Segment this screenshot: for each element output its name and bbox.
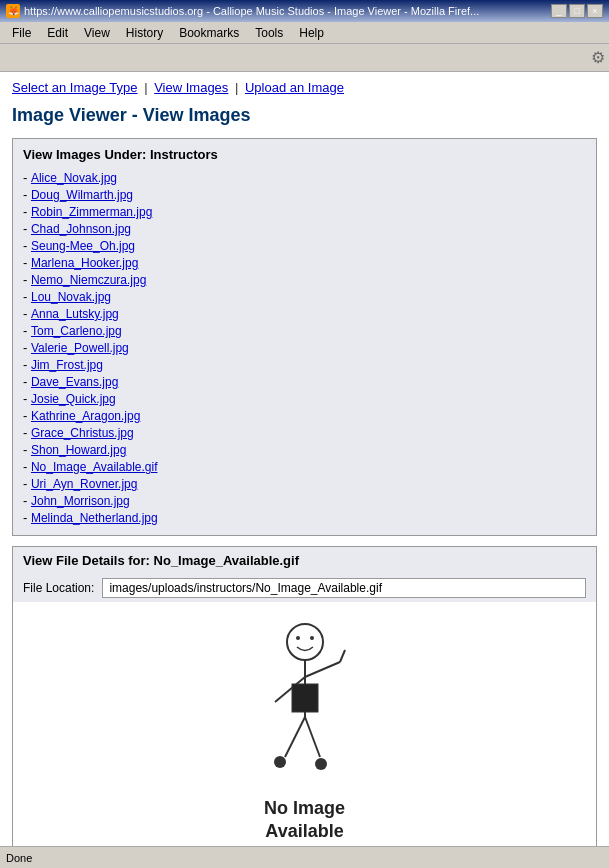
file-location-row: File Location: images/uploads/instructor… xyxy=(13,574,596,602)
svg-point-1 xyxy=(296,636,300,640)
menu-tools[interactable]: Tools xyxy=(247,24,291,42)
image-link-grace[interactable]: Grace_Christus.jpg xyxy=(31,426,134,440)
no-image-text: No Image Available xyxy=(264,797,345,844)
image-link-alice[interactable]: Alice_Novak.jpg xyxy=(31,171,117,185)
list-item: - Chad_Johnson.jpg xyxy=(23,221,586,236)
select-image-type-link[interactable]: Select an Image Type xyxy=(12,80,138,95)
menu-history[interactable]: History xyxy=(118,24,171,42)
image-link-valerie[interactable]: Valerie_Powell.jpg xyxy=(31,341,129,355)
nav-links: Select an Image Type | View Images | Upl… xyxy=(12,80,597,95)
image-link-josie[interactable]: Josie_Quick.jpg xyxy=(31,392,116,406)
image-link-seung[interactable]: Seung-Mee_Oh.jpg xyxy=(31,239,135,253)
upload-image-link[interactable]: Upload an Image xyxy=(245,80,344,95)
image-link-john[interactable]: John_Morrison.jpg xyxy=(31,494,130,508)
list-item: - John_Morrison.jpg xyxy=(23,493,586,508)
list-item: - Valerie_Powell.jpg xyxy=(23,340,586,355)
image-link-uri[interactable]: Uri_Ayn_Rovner.jpg xyxy=(31,477,138,491)
menu-help[interactable]: Help xyxy=(291,24,332,42)
image-link-nemo[interactable]: Nemo_Niemczura.jpg xyxy=(31,273,146,287)
details-filename: No_Image_Available.gif xyxy=(154,553,299,568)
list-item: - Melinda_Netherland.jpg xyxy=(23,510,586,525)
list-item: - Jim_Frost.jpg xyxy=(23,357,586,372)
details-panel-title: View File Details for: No_Image_Availabl… xyxy=(13,547,596,574)
svg-line-9 xyxy=(305,717,320,757)
menu-view[interactable]: View xyxy=(76,24,118,42)
list-item: - Seung-Mee_Oh.jpg xyxy=(23,238,586,253)
list-item: - Lou_Novak.jpg xyxy=(23,289,586,304)
nav-sep-2: | xyxy=(235,80,238,95)
list-item: - No_Image_Available.gif xyxy=(23,459,586,474)
menu-file[interactable]: File xyxy=(4,24,39,42)
menu-bookmarks[interactable]: Bookmarks xyxy=(171,24,247,42)
image-link-kathrine[interactable]: Kathrine_Aragon.jpg xyxy=(31,409,140,423)
menu-edit[interactable]: Edit xyxy=(39,24,76,42)
browser-toolbar: ⚙ xyxy=(0,44,609,72)
image-link-anna[interactable]: Anna_Lutsky.jpg xyxy=(31,307,119,321)
browser-content: Select an Image Type | View Images | Upl… xyxy=(0,72,609,846)
svg-point-2 xyxy=(310,636,314,640)
image-link-melinda[interactable]: Melinda_Netherland.jpg xyxy=(31,511,158,525)
image-link-marlena[interactable]: Marlena_Hooker.jpg xyxy=(31,256,138,270)
svg-point-0 xyxy=(287,624,323,660)
file-location-value: images/uploads/instructors/No_Image_Avai… xyxy=(102,578,586,598)
close-button[interactable]: × xyxy=(587,4,603,18)
list-item: - Uri_Ayn_Rovner.jpg xyxy=(23,476,586,491)
image-link-tom[interactable]: Tom_Carleno.jpg xyxy=(31,324,122,338)
page-title: Image Viewer - View Images xyxy=(12,105,597,126)
images-list: - Alice_Novak.jpg - Doug_Wilmarth.jpg - … xyxy=(23,170,586,525)
image-link-no-image[interactable]: No_Image_Available.gif xyxy=(31,460,158,474)
svg-point-12 xyxy=(315,758,327,770)
image-link-chad[interactable]: Chad_Johnson.jpg xyxy=(31,222,131,236)
svg-rect-10 xyxy=(292,684,318,712)
list-item: - Shon_Howard.jpg xyxy=(23,442,586,457)
svg-line-8 xyxy=(285,717,305,757)
list-item: - Tom_Carleno.jpg xyxy=(23,323,586,338)
svg-line-6 xyxy=(305,662,340,677)
status-bar: Done xyxy=(0,846,609,868)
list-item: - Dave_Evans.jpg xyxy=(23,374,586,389)
images-panel: View Images Under: Instructors - Alice_N… xyxy=(12,138,597,536)
list-item: - Kathrine_Aragon.jpg xyxy=(23,408,586,423)
images-panel-title: View Images Under: Instructors xyxy=(23,147,586,162)
list-item: - Marlena_Hooker.jpg xyxy=(23,255,586,270)
list-item: - Josie_Quick.jpg xyxy=(23,391,586,406)
image-preview: No Image Available xyxy=(13,602,596,846)
svg-point-11 xyxy=(274,756,286,768)
image-link-shon[interactable]: Shon_Howard.jpg xyxy=(31,443,126,457)
view-images-link[interactable]: View Images xyxy=(154,80,228,95)
list-item: - Nemo_Niemczura.jpg xyxy=(23,272,586,287)
maximize-button[interactable]: □ xyxy=(569,4,585,18)
image-link-lou[interactable]: Lou_Novak.jpg xyxy=(31,290,111,304)
settings-icon[interactable]: ⚙ xyxy=(591,48,605,67)
image-link-doug[interactable]: Doug_Wilmarth.jpg xyxy=(31,188,133,202)
status-text: Done xyxy=(6,852,32,864)
svg-line-7 xyxy=(340,650,345,662)
details-panel: View File Details for: No_Image_Availabl… xyxy=(12,546,597,846)
browser-icon: 🦊 xyxy=(6,4,20,18)
menu-bar: File Edit View History Bookmarks Tools H… xyxy=(0,22,609,44)
image-link-jim[interactable]: Jim_Frost.jpg xyxy=(31,358,103,372)
file-location-label: File Location: xyxy=(23,581,94,595)
list-item: - Grace_Christus.jpg xyxy=(23,425,586,440)
stick-figure xyxy=(245,612,365,797)
window-title: https://www.calliopemusicstudios.org - C… xyxy=(24,5,479,17)
image-link-robin[interactable]: Robin_Zimmerman.jpg xyxy=(31,205,152,219)
list-item: - Anna_Lutsky.jpg xyxy=(23,306,586,321)
window-controls[interactable]: _ □ × xyxy=(551,4,603,18)
image-link-dave[interactable]: Dave_Evans.jpg xyxy=(31,375,118,389)
list-item: - Alice_Novak.jpg xyxy=(23,170,586,185)
nav-sep-1: | xyxy=(144,80,147,95)
list-item: - Doug_Wilmarth.jpg xyxy=(23,187,586,202)
title-bar: 🦊 https://www.calliopemusicstudios.org -… xyxy=(0,0,609,22)
list-item: - Robin_Zimmerman.jpg xyxy=(23,204,586,219)
minimize-button[interactable]: _ xyxy=(551,4,567,18)
